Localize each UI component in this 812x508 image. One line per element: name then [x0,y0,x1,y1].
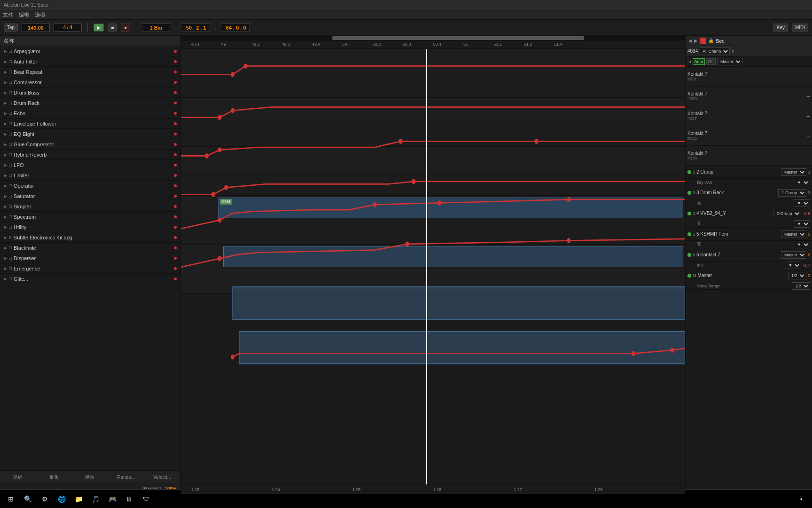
kt-minus-5[interactable]: − [806,152,810,159]
sidebar-item-13[interactable]: ▶□Operator [0,181,180,191]
time-sig-display[interactable]: 4 / 4 [54,24,82,32]
taskbar-start[interactable]: ⊞ [4,492,18,506]
taskbar-security[interactable]: 🛡 [139,492,153,506]
sidebar-dot-6 [174,112,177,115]
tab-swing[interactable]: 播动 [72,471,109,484]
dest-4[interactable]: 2-Group [773,210,801,217]
taskbar-game[interactable]: 🎮 [105,492,119,506]
kt-name-2: Kontakt 7 [687,91,804,96]
sub-select-m[interactable]: 1/2 [792,282,810,290]
tab-velocity[interactable]: Velocit... [144,471,180,484]
tab-quantize[interactable]: 量化 [36,471,72,484]
sidebar-item-8[interactable]: ▶□EQ Eight [0,129,180,139]
sub-select-6[interactable]: ▼ [785,262,801,269]
sidebar-item-15[interactable]: ▶□Simpler [0,201,180,212]
sidebar-item-19[interactable]: ▶□Blackhole [0,243,180,253]
stop-button[interactable]: ■ [108,24,117,32]
track-row-9[interactable] [181,245,685,269]
dest-m[interactable]: 1/2 [788,272,806,279]
dest-5[interactable]: Master [781,230,806,238]
sidebar-item-2[interactable]: ▶□Beat Repeat [0,67,180,77]
all-channels-select[interactable]: All Chann [700,48,730,55]
bpm-display[interactable]: 143.00 [22,24,50,32]
tab-random[interactable]: Rando... [108,471,144,484]
dest-6[interactable]: Master [781,251,806,259]
sidebar-item-4[interactable]: ▶□Drum Buss [0,87,180,98]
sidebar-item-12[interactable]: ▶□Limiter [0,170,180,181]
sub-select-5[interactable]: ▼ [794,241,810,248]
sidebar-item-20[interactable]: ▶□Disperser [0,253,180,263]
off-button[interactable]: Off [706,58,716,65]
dest-3[interactable]: 2-Group [778,189,806,197]
menu-edit[interactable]: 编辑 [19,11,29,18]
kt-minus-3[interactable]: − [806,112,810,120]
track-row-6[interactable] [181,171,685,196]
master-select[interactable]: Master [717,58,742,65]
sidebar-item-7[interactable]: ▶□Envelope Follower [0,119,180,129]
sidebar-item-6[interactable]: ▶□Echo [0,108,180,119]
sidebar-label-21: Emergence [14,266,40,271]
scroll-strip[interactable] [181,36,685,40]
power-4 [687,212,691,215]
position-display[interactable]: 50 . 2 . 1 [182,24,210,32]
taskbar-chrome[interactable]: 🌐 [55,492,69,506]
clip-region-1[interactable]: KSH [219,198,683,218]
dest-2[interactable]: Master [781,168,806,176]
midi-button[interactable]: MIDI [792,24,808,32]
kt-minus-4[interactable]: − [806,132,810,140]
sidebar-dot-16 [174,215,177,218]
sidebar-item-14[interactable]: ▶□Saturator [0,191,180,201]
taskbar-display[interactable]: 🖥 [122,492,136,506]
quantize-display[interactable]: 64 . 0 . 0 [222,24,250,32]
sidebar-label-0: Arpeggiator [14,48,40,54]
sidebar-label-10: Hybrid Reverb [14,152,47,158]
sidebar-list[interactable]: ▶□Arpeggiator▶□Auto Filter▶□Beat Repeat▶… [0,46,180,470]
track-row-1[interactable] [181,49,685,73]
track-row-10[interactable] [181,269,685,294]
kt-minus-1[interactable]: − [806,73,810,80]
sidebar-item-0[interactable]: ▶□Arpeggiator [0,46,180,56]
taskbar-media[interactable]: 🎵 [88,492,102,506]
menu-file[interactable]: 文件 [3,11,13,18]
nav-right[interactable]: ▶ [694,38,698,43]
auto-button[interactable]: Auto [693,58,705,65]
sidebar-icon-18: ≡ [9,235,12,240]
track-row-2[interactable] [181,73,685,98]
tab-basic[interactable]: 基础 [0,471,36,484]
taskbar-explorer[interactable]: 📁 [71,492,86,506]
bar-label[interactable]: 1 Bar [142,24,170,32]
drywet-select-2[interactable]: ▼ [794,179,810,186]
sidebar-item-22[interactable]: ▶□Glitc... [0,274,180,284]
sidebar-item-11[interactable]: ▶□LFO [0,160,180,170]
sidebar-item-17[interactable]: ▶□Utility [0,222,180,232]
num-5: 5 [693,232,695,237]
record-button[interactable]: ● [121,24,130,32]
track-row-8[interactable] [181,220,685,245]
sidebar-label-19: Blackhole [14,245,36,251]
track-row-7[interactable]: KSH [181,196,685,220]
track-row-3[interactable] [181,98,685,122]
menu-options[interactable]: 选项 [35,11,45,18]
sidebar-item-10[interactable]: ▶□Hybrid Reverb [0,150,180,160]
play-button[interactable]: ▶ [94,24,104,32]
sidebar-item-3[interactable]: ▶□Compressor [0,77,180,87]
key-button[interactable]: Key [773,24,788,32]
kt-minus-2[interactable]: − [806,93,810,100]
taskbar-search[interactable]: 🔍 [21,492,35,506]
sub-select-3[interactable]: ▼ [794,199,810,207]
clip-region-2[interactable] [223,246,683,267]
sidebar-item-9[interactable]: ▶□Glue Compressor [0,139,180,150]
track-row-5[interactable] [181,147,685,171]
sidebar-item-21[interactable]: ▶□Emergence [0,263,180,274]
sidebar-item-5[interactable]: ▶□Drum Rack [0,98,180,108]
sidebar-dot-20 [174,257,177,260]
nav-left[interactable]: ◀ [688,38,692,43]
scroll-thumb[interactable] [332,36,585,40]
sidebar-item-16[interactable]: ▶□Spectrum [0,212,180,222]
sidebar-item-1[interactable]: ▶□Auto Filter [0,56,180,67]
track-row-4[interactable] [181,122,685,147]
sub-select-4[interactable]: ▼ [794,220,810,228]
tap-button[interactable]: Tap [4,24,18,32]
sidebar-item-18[interactable]: ▶≡Subtle Electronics Kit.adg [0,232,180,243]
taskbar-apps[interactable]: ⚙ [38,492,52,506]
